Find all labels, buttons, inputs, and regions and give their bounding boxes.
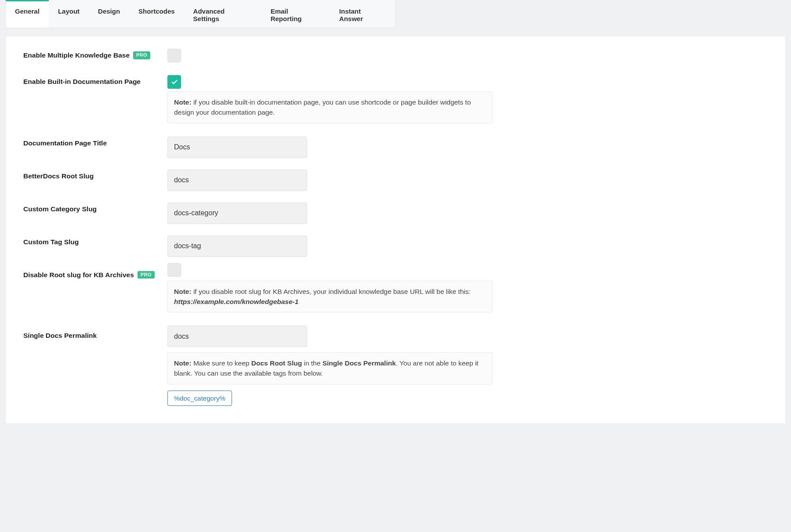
input-tag-slug[interactable]: [167, 235, 307, 257]
note-permalink-pre: Make sure to keep: [192, 359, 251, 367]
note-permalink-bold1: Docs Root Slug: [251, 359, 302, 367]
note-disable-root-url: https://example.com/knowledgebase-1: [174, 298, 298, 305]
note-label: Note:: [174, 288, 192, 295]
input-category-slug[interactable]: [167, 203, 307, 224]
note-single-permalink: Note: Make sure to keep Docs Root Slug i…: [167, 352, 493, 384]
note-disable-root-text: if you disable root slug for KB Archives…: [192, 288, 471, 295]
row-tag-slug: Custom Tag Slug: [23, 235, 768, 257]
note-permalink-bold2: Single Docs Permalink: [323, 359, 396, 367]
note-label: Note:: [174, 98, 192, 106]
input-root-slug[interactable]: [167, 170, 307, 191]
settings-panel: Enable Multiple Knowledge Base PRO Enabl…: [5, 36, 786, 424]
note-builtin-text: if you disable built-in documentation pa…: [174, 98, 471, 116]
row-category-slug: Custom Category Slug: [23, 203, 768, 224]
tab-instant-answer[interactable]: Instant Answer: [330, 0, 395, 28]
row-root-slug: BetterDocs Root Slug: [23, 170, 768, 191]
row-doc-page-title: Documentation Page Title: [23, 137, 768, 158]
tab-general[interactable]: General: [6, 0, 49, 28]
row-single-docs-permalink: Single Docs Permalink Note: Make sure to…: [23, 326, 768, 406]
checkbox-disable-root-slug[interactable]: [167, 263, 181, 277]
label-root-slug: BetterDocs Root Slug: [23, 172, 94, 180]
check-icon: [171, 79, 178, 86]
checkbox-enable-multiple-kb[interactable]: [167, 49, 181, 62]
tag-doc-category-button[interactable]: %doc_category%: [167, 391, 232, 406]
note-permalink-mid: in the: [302, 359, 323, 367]
row-disable-root-slug: Disable Root slug for KB Archives PRO No…: [23, 263, 768, 313]
note-builtin-doc: Note: if you disable built-in documentat…: [167, 91, 493, 123]
pro-badge: PRO: [133, 51, 150, 59]
tab-advanced-settings[interactable]: Advanced Settings: [184, 0, 261, 28]
note-disable-root-slug: Note: if you disable root slug for KB Ar…: [167, 281, 493, 313]
label-category-slug: Custom Category Slug: [23, 205, 97, 213]
tabs-bar: General Layout Design Shortcodes Advance…: [5, 0, 396, 28]
tab-email-reporting[interactable]: Email Reporting: [261, 0, 330, 28]
input-doc-page-title[interactable]: [167, 137, 307, 158]
tab-layout[interactable]: Layout: [49, 0, 89, 28]
row-enable-builtin-doc: Enable Built-in Documentation Page Note:…: [23, 75, 768, 123]
input-single-permalink[interactable]: [167, 326, 307, 347]
tab-design[interactable]: Design: [89, 0, 129, 28]
checkbox-enable-builtin-doc[interactable]: [167, 75, 181, 89]
tab-shortcodes[interactable]: Shortcodes: [129, 0, 184, 28]
label-enable-multiple-kb: Enable Multiple Knowledge Base: [23, 51, 130, 59]
note-label: Note:: [174, 359, 192, 367]
pro-badge: PRO: [138, 271, 155, 279]
label-enable-builtin-doc: Enable Built-in Documentation Page: [23, 78, 141, 86]
label-tag-slug: Custom Tag Slug: [23, 238, 79, 246]
row-enable-multiple-kb: Enable Multiple Knowledge Base PRO: [23, 49, 768, 64]
label-doc-page-title: Documentation Page Title: [23, 139, 107, 147]
label-disable-root-slug: Disable Root slug for KB Archives: [23, 271, 134, 279]
label-single-permalink: Single Docs Permalink: [23, 332, 97, 340]
